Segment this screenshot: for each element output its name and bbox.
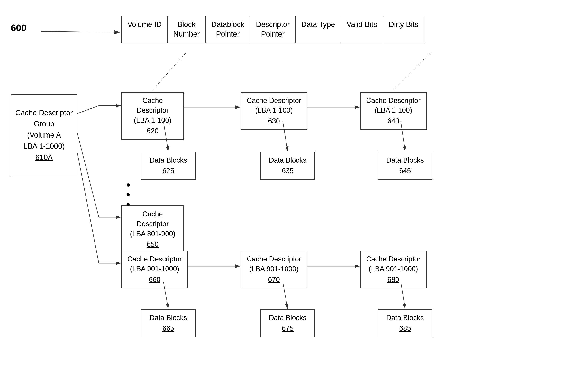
box-650: Cache Descriptor(LBA 801-900)650 xyxy=(121,205,184,253)
box-625: Data Blocks625 xyxy=(141,152,196,180)
svg-line-5 xyxy=(77,106,99,113)
header-cell-dirty-bits: Dirty Bits xyxy=(383,16,424,43)
box-665: Data Blocks665 xyxy=(141,309,196,337)
header-cell-data-type: Data Type xyxy=(296,16,341,43)
dots: ••• xyxy=(126,180,130,209)
box-680: Cache Descriptor(LBA 901-1000)680 xyxy=(360,250,427,288)
diagram-container: 600 Volume ID BlockNumber DatablockPoint… xyxy=(0,0,573,392)
box-685: Data Blocks685 xyxy=(378,309,432,337)
box-670: Cache Descriptor(LBA 901-1000)670 xyxy=(241,250,307,288)
group-box-610a: Cache DescriptorGroup(Volume ALBA 1-1000… xyxy=(11,94,77,176)
box-645: Data Blocks645 xyxy=(378,152,432,180)
box-675: Data Blocks675 xyxy=(260,309,315,337)
header-cell-block-number: BlockNumber xyxy=(168,16,206,43)
box-640: Cache Descriptor(LBA 1-100)640 xyxy=(360,92,427,130)
svg-line-4 xyxy=(393,53,430,90)
header-cell-volume-id: Volume ID xyxy=(122,16,168,43)
svg-line-2 xyxy=(41,31,120,32)
header-cell-descriptor-pointer: DescriptorPointer xyxy=(250,16,296,43)
figure-label: 600 xyxy=(11,22,26,33)
group-box-text: Cache DescriptorGroup(Volume ALBA 1-1000… xyxy=(15,107,73,152)
header-cell-datablock-pointer: DatablockPointer xyxy=(206,16,250,43)
svg-line-3 xyxy=(153,53,186,90)
header-cell-valid-bits: Valid Bits xyxy=(341,16,383,43)
svg-line-9 xyxy=(77,153,99,263)
svg-line-7 xyxy=(77,133,99,217)
box-630: Cache Descriptor(LBA 1-100)630 xyxy=(241,92,307,130)
header-table: Volume ID BlockNumber DatablockPointer D… xyxy=(121,16,425,43)
box-660: Cache Descriptor(LBA 901-1000)660 xyxy=(121,250,188,288)
group-box-ref: 610A xyxy=(36,152,53,163)
box-620: Cache Descriptor(LBA 1-100)620 xyxy=(121,92,184,140)
box-635: Data Blocks635 xyxy=(260,152,315,180)
